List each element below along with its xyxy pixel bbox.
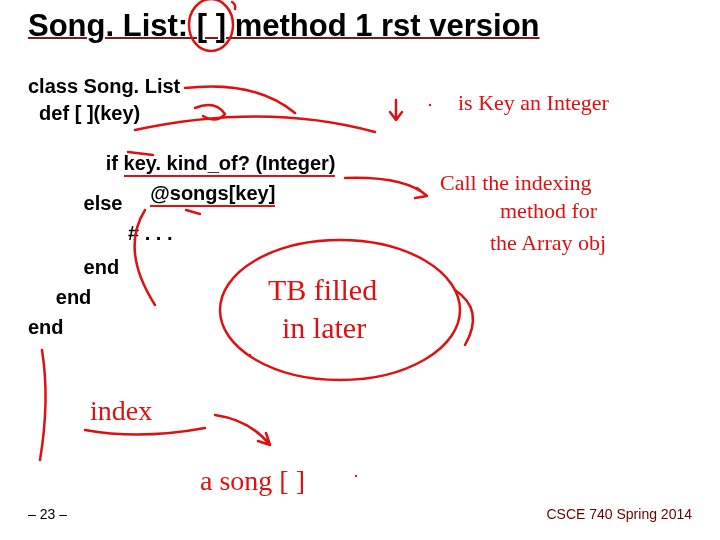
code-line-9: end (28, 316, 64, 339)
code-line-8: end (28, 286, 91, 309)
svg-point-2 (429, 104, 431, 106)
note-later: in later (282, 311, 366, 344)
note-array: the Array obj (490, 230, 606, 255)
title-text: Song. List: [ ] method 1 rst version (28, 8, 540, 43)
slide-title: Song. List: [ ] method 1 rst version (28, 8, 540, 44)
margin-stroke-icon (40, 350, 46, 460)
index-underline-icon (85, 428, 205, 435)
code-line-7: end (28, 256, 119, 279)
note-index: index (90, 395, 152, 426)
note-asong: a song [ ] (200, 465, 305, 496)
code-line-5: else (28, 192, 123, 215)
course-footer: CSCE 740 Spring 2014 (546, 506, 692, 522)
arrow-down-icon (390, 100, 402, 120)
curl-icon (455, 290, 473, 345)
code-line-1: class Song. List (28, 75, 180, 98)
slide: Song. List: [ ] method 1 rst version cla… (0, 0, 720, 540)
big-oval-icon (220, 240, 460, 380)
code-line-6: # . . . (28, 222, 172, 245)
note-call: Call the indexing (440, 170, 592, 195)
note-tb: TB filled (268, 273, 377, 306)
loop-icon (195, 105, 225, 119)
svg-point-1 (355, 475, 357, 477)
code-line-2: def [ ](key) (28, 102, 140, 125)
arrow-1-icon (185, 86, 295, 113)
note-method: method for (500, 198, 598, 223)
arrow-2-icon (345, 178, 427, 198)
page-number: – 23 – (28, 506, 67, 522)
note-iskey: is Key an Integer (458, 90, 610, 115)
svg-point-0 (249, 354, 251, 356)
arrow-3-icon (215, 415, 270, 445)
